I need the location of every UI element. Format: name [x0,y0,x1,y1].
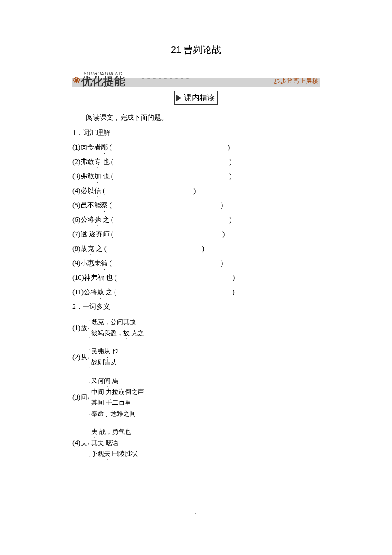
vocab-pre: (4)必以 [72,187,94,194]
emphasized-char: 鼓 [97,287,104,297]
text-fragment: 战，勇气也 [98,428,131,435]
text-fragment: 也 [110,348,118,355]
polysemy-line: 又何间 焉 [91,376,144,387]
vocab-post: 之 [104,288,112,296]
emphasized-char: 信 [94,186,101,196]
answer-blank: ( ) [108,144,230,151]
left-brace-icon: { [88,317,90,339]
text-fragment: 焉 [110,377,118,384]
page-number: 1 [72,511,320,520]
text-fragment: 巴陵胜状 [110,450,138,457]
text-fragment: 既克，公问其 [91,319,130,325]
vocab-item: (2)弗敢专 也 ( ) [72,157,320,167]
text-fragment: 千二百里 [104,399,131,406]
text-fragment: 又何 [91,377,104,384]
polysemy-label: (3)间 [72,392,87,403]
left-brace-icon: { [88,346,90,368]
text-fragment: 彼竭我盈， [91,330,123,336]
vocab-item: (11)公将鼓 之 ( ) [72,287,320,297]
answer-blank: ( ) [108,201,223,209]
banner: ❀ YOUHUATINENG 优化提能 －－－－－－－－－ 步步登高上层楼 [72,69,320,87]
vocab-item: (8)故克 之 ( ) [72,244,320,254]
left-brace-icon: { [88,378,90,417]
polysemy-group: (3)间{又何间 焉中间 力拉崩倒之声其间 千二百里奉命于危难之间 [72,376,320,419]
vocab-item: (10)神弗福 也 ( ) [72,273,320,283]
emphasized-char: 间 [104,376,110,387]
text-fragment: 奉命于危难之 [91,410,130,417]
vocab-list: (1)肉食者鄙 ( )(2)弗敢专 也 ( )(3)弗敢加 也 ( )(4)必以… [72,142,320,297]
emphasized-char: 福 [98,273,104,283]
polysemy-line: 夫 战，勇气也 [91,427,138,438]
vocab-pre: (10)神弗 [72,274,98,281]
polysemy-lines: 民弗从 也战则请从 [91,346,118,368]
vocab-pre: (11)公将 [72,288,97,296]
vocab-post: 之 [101,216,110,223]
polysemy-lines: 既克，公问其故彼竭我盈，故 克之 [91,317,144,339]
polysemy-line: 彼竭我盈，故 克之 [91,328,144,339]
vocab-item: (7)遂 逐齐师 ( ) [72,229,320,239]
section-label-wrap: 课内精读 [72,91,320,105]
polysemy-list: (1)故{既克，公问其故彼竭我盈，故 克之(2)从{民弗从 也战则请从(3)间{… [72,317,320,460]
polysemy-group: (2)从{民弗从 也战则请从 [72,346,320,368]
vocab-pre: (3)弗敢 [72,173,94,180]
chapter-title: 21 曹刿论战 [72,43,320,57]
instruction: 阅读课文，完成下面的题。 [72,112,320,123]
polysemy-group: (4)夫{夫 战，勇气也其夫 呓语予观夫 巴陵胜状 [72,427,320,460]
left-brace-icon: { [88,427,90,459]
polysemy-lines: 又何间 焉中间 力拉崩倒之声其间 千二百里奉命于危难之间 [91,376,144,419]
banner-dashes: －－－－－－－－－ [141,75,190,82]
answer-blank: ( ) [110,230,225,238]
emphasized-char: 克 [87,244,94,254]
vocab-item: (4)必以信 ( ) [72,186,320,196]
banner-title: 优化提能 [81,76,125,87]
answer-blank: ( ) [110,216,232,223]
emphasized-char: 间 [98,387,104,398]
vocab-item: (1)肉食者鄙 ( ) [72,142,320,152]
polysemy-label: (4)夫 [72,438,87,448]
text-fragment: 中 [91,388,98,395]
q2-head: 2．一词多义 [72,302,320,312]
emphasized-char: 鄙 [101,142,108,152]
emphasized-char: 专 [94,157,101,167]
fan-icon: ❀ [72,73,80,87]
polysemy-line: 其夫 呓语 [91,438,138,449]
q1-head: 1．词汇理解 [72,128,320,138]
polysemy-label: (2)从 [72,352,87,362]
polysemy-line: 民弗从 也 [91,346,118,357]
polysemy-line: 中间 力拉崩倒之声 [91,387,144,398]
text-fragment: 其 [91,399,98,406]
emphasized-char: 夫 [91,427,98,438]
vocab-pre: (7) [72,230,81,238]
answer-blank: ( ) [112,288,235,296]
emphasized-char: 故 [123,328,130,339]
answer-blank: ( ) [110,158,232,165]
banner-overlay: ❀ YOUHUATINENG 优化提能 [72,69,125,87]
banner-tagline: 步步登高上层楼 [274,77,319,86]
vocab-item: (3)弗敢加 也 ( ) [72,171,320,181]
vocab-post: 也 [101,158,110,165]
vocab-item: (9)小惠未徧 ( ) [72,258,320,268]
section-label: 课内精读 [174,91,218,105]
vocab-item: (5)虽不能察 ( ) [72,200,320,210]
answer-blank: ( ) [108,259,223,267]
vocab-pre: (2)弗敢 [72,158,94,165]
emphasized-char: 加 [94,171,101,181]
vocab-pre: (6)公将 [72,216,94,223]
answer-blank: ( ) [101,187,196,194]
emphasized-char: 间 [98,397,104,408]
vocab-pre: (1)肉食者 [72,144,101,151]
emphasized-char: 遂 [81,229,87,239]
vocab-pre: (9)小惠未 [72,259,101,267]
vocab-post: 也 [101,173,110,180]
vocab-item: (6)公将驰 之 ( ) [72,215,320,225]
polysemy-line: 既克，公问其故 [91,317,144,328]
vocab-pre: (5)虽不能 [72,201,101,209]
emphasized-char: 从 [104,346,110,357]
vocab-pre: (8)故 [72,245,87,252]
emphasized-char: 从 [110,357,117,368]
polysemy-group: (1)故{既克，公问其故彼竭我盈，故 克之 [72,317,320,339]
emphasized-char: 故 [130,317,136,328]
polysemy-label: (1)故 [72,323,87,333]
answer-blank: ( ) [103,245,205,252]
emphasized-char: 间 [130,408,136,420]
